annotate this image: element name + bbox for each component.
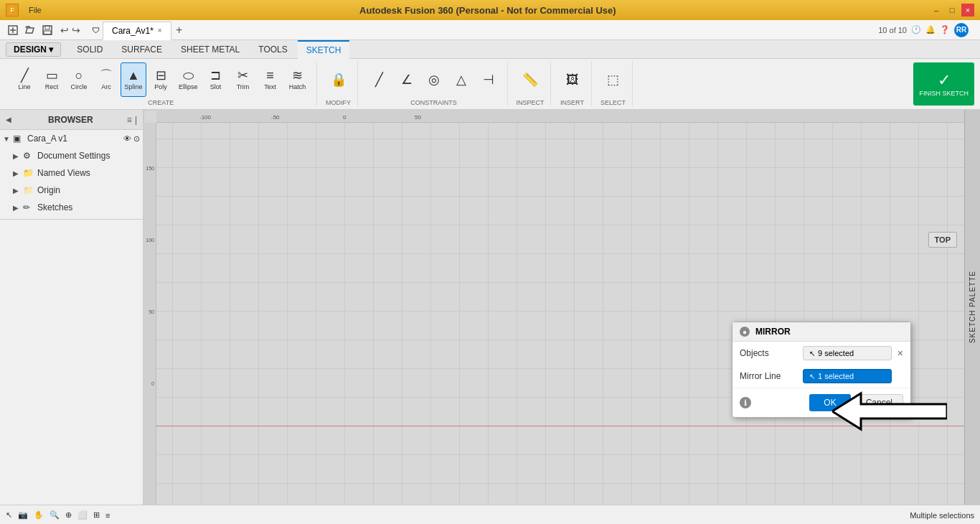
modify-lock-btn[interactable]: 🔒 [326,62,352,97]
tab-icon: 🛡 [92,26,100,34]
objects-clear-btn[interactable]: × [897,347,903,359]
sketch-palette-panel[interactable]: SKETCH PALETTE [964,110,980,505]
create-line-btn[interactable]: ╱ Line [11,62,37,97]
tab-sheet-metal[interactable]: SHEET METAL [172,40,248,59]
canvas-area[interactable]: -100 -50 0 50 150 100 50 0 [143,110,980,505]
browser-collapse-btn[interactable]: ≡ [127,115,132,125]
title-bar: F File Autodesk Fusion 360 (Personal - N… [0,0,980,20]
insert-group: 🖼 INSERT [554,62,592,106]
minimize-btn[interactable]: – [930,4,943,17]
design-button[interactable]: DESIGN ▾ [6,42,61,57]
mirror-line-clear-btn[interactable]: × [897,370,903,382]
ellipse-icon: ⬭ [183,69,194,82]
create-slot-btn[interactable]: ⊐ Slot [203,62,229,97]
camera-icon[interactable]: 📷 [18,510,28,520]
mirror-line-value: 1 selected [818,372,854,380]
objects-selector[interactable]: ↖ 9 selected [803,346,892,360]
tree-icon-gear: ⚙ [23,151,34,161]
toolbar-icon-undo[interactable]: ↩ [60,24,69,36]
create-text-btn[interactable]: ≡ Text [258,62,283,97]
create-hatch-btn[interactable]: ≋ Hatch [285,62,311,97]
tree-item-docsettings[interactable]: ▶ ⚙ Document Settings [0,147,143,164]
statusbar-right: Multiple selections [910,511,974,520]
dialog-footer: ℹ OK Cancel [732,388,910,417]
pan-icon[interactable]: ✋ [34,510,44,520]
browser-header-btns: ≡ | [127,115,137,125]
create-label: CREATE [148,98,174,106]
constraints-label: CONSTRAINTS [410,98,457,106]
toolbar-icon-new[interactable] [6,23,20,37]
tree-icon-sketches: ✏ [23,202,34,212]
objects-value: 9 selected [818,349,854,357]
file-menu[interactable]: File [24,5,46,15]
tree-arrow-root: ▼ [3,135,13,143]
dialog-info-icon: ℹ [740,397,751,408]
constraint-circle2-btn[interactable]: ◎ [421,62,447,97]
constraint-arrow-btn[interactable]: ∠ [394,62,420,97]
user-avatar[interactable]: RR [954,23,969,37]
tab-solid[interactable]: SOLID [68,40,111,59]
browser-header: ◀ BROWSER ≡ | [0,110,143,130]
finish-sketch-btn[interactable]: ✓ FINISH SKETCH [913,62,974,106]
arc-icon: ⌒ [100,69,113,82]
close-btn[interactable]: × [961,4,974,17]
text-icon: ≡ [266,69,274,82]
tab-label: Cara_Av1* [112,26,154,36]
cursor-tool-icon[interactable]: ↖ [6,510,12,520]
tab-add-btn[interactable]: + [171,22,187,38]
maximize-btn[interactable]: □ [946,4,958,17]
cancel-button[interactable]: Cancel [855,394,903,411]
tab-sketch[interactable]: SKETCH [298,40,350,59]
select-label: SELECT [600,98,626,106]
select-group: ⬚ SELECT [595,62,633,106]
zoom-select-icon[interactable]: ⊕ [65,510,72,520]
create-scissors-btn[interactable]: ✂ Trim [230,62,256,97]
create-group: ╱ Line ▭ Rect ○ Circle ⌒ Arc ▲ Spline [6,62,317,106]
constraint-line-btn[interactable]: ╱ [367,62,392,97]
active-tab[interactable]: Cara_Av1* × [103,22,171,40]
status-bar: ↖ 📷 ✋ 🔍 ⊕ ⬜ ⊞ ≡ Multiple selections [0,505,980,524]
create-spline-btn[interactable]: ▲ Spline [121,62,146,97]
tree-arrow-doc: ▶ [13,152,23,160]
modify-items: 🔒 [326,62,352,98]
create-rect-btn[interactable]: ▭ Rect [39,62,65,97]
tab-close-btn[interactable]: × [158,27,162,34]
inspect-ruler-btn[interactable]: 📏 [517,62,543,97]
tab-tools[interactable]: TOOLS [250,40,296,59]
constraint-triangle-btn[interactable]: △ [448,62,474,97]
tree-item-root[interactable]: ▼ ▣ Cara_A v1 👁 ⊙ [0,130,143,147]
insert-image-btn[interactable]: 🖼 [560,62,585,97]
constraints-items: ╱ ∠ ◎ △ ⊣ [367,62,501,98]
select-btn[interactable]: ⬚ [600,62,626,97]
toolbar-icon-open[interactable] [23,23,37,37]
checkmark-icon: ✓ [938,71,951,90]
diag-line-icon: ╱ [375,73,383,86]
constraint-split-btn[interactable]: ⊣ [476,62,501,97]
tree-item-namedviews[interactable]: ▶ 📁 Named Views [0,164,143,182]
browser-pin-btn[interactable]: | [135,115,137,125]
hatch-icon: ≋ [292,69,303,82]
zoom-fit-icon[interactable]: 🔍 [50,510,60,520]
tab-bar: ↩ ↪ 🛡 Cara_Av1* × + 10 of 10 🕐 🔔 ❓ RR [0,20,980,40]
cursor-icon: ⬚ [607,73,619,86]
tree-eye-icon[interactable]: 👁 [123,134,131,143]
create-circle-btn[interactable]: ○ Circle [66,62,92,97]
grid-icon[interactable]: ⊞ [93,510,100,520]
bell-icon[interactable]: 🔔 [925,25,936,34]
ok-button[interactable]: OK [809,394,850,411]
create-polygon-btn[interactable]: ⊟ Poly [148,62,174,97]
help-icon[interactable]: ❓ [940,25,950,34]
tree-item-sketches[interactable]: ▶ ✏ Sketches [0,199,143,216]
toolbar-icon-redo[interactable]: ↪ [72,24,80,36]
mirror-line-selector[interactable]: ↖ 1 selected [803,369,892,383]
tree-more-icon[interactable]: ⊙ [133,134,140,144]
tab-surface[interactable]: SURFACE [113,40,171,59]
display-mode-icon[interactable]: ⬜ [77,510,88,520]
dialog-circle-icon: ● [740,327,750,337]
settings-icon[interactable]: ≡ [105,511,110,520]
create-arc-btn[interactable]: ⌒ Arc [93,62,119,97]
finish-sketch-label: FINISH SKETCH [919,90,969,97]
tree-item-origin[interactable]: ▶ 📁 Origin [0,182,143,199]
create-ellipse-btn[interactable]: ⬭ Ellipse [175,62,202,97]
toolbar-icon-save[interactable] [40,23,55,37]
